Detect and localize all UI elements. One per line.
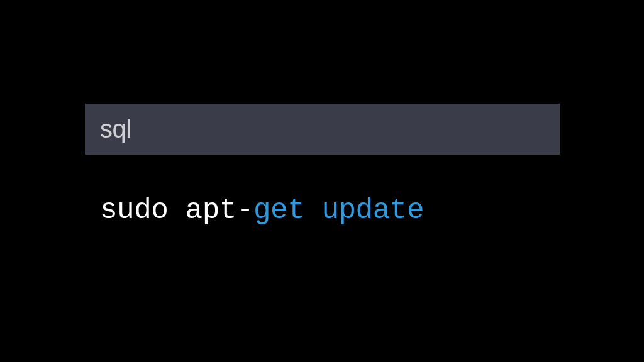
code-token-keyword: get	[253, 194, 304, 227]
code-token-plain: sudo apt-	[100, 194, 253, 227]
code-token-space	[304, 194, 321, 227]
code-block: sql sudo apt-get update	[85, 104, 560, 230]
code-content: sudo apt-get update	[85, 155, 560, 230]
code-language-label: sql	[85, 104, 560, 155]
code-token-keyword: update	[321, 194, 424, 227]
